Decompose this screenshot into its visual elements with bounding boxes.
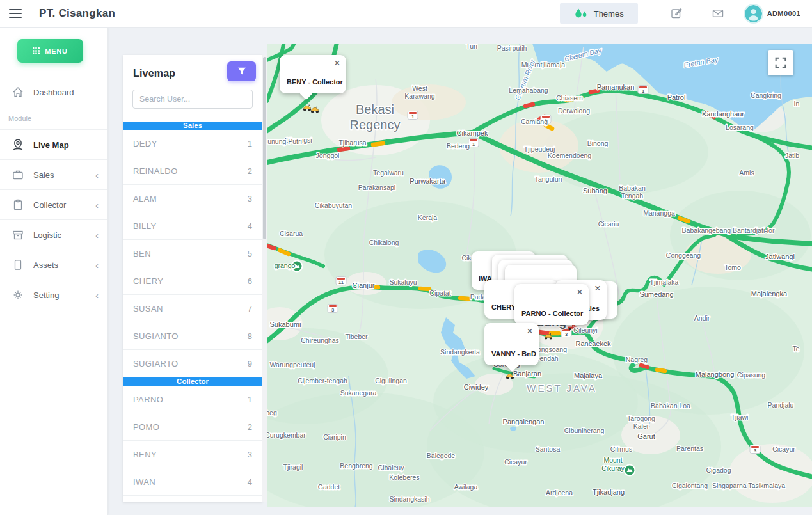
sidebar-item-label: Dashboard bbox=[33, 88, 74, 97]
map-label: Binong bbox=[587, 139, 609, 147]
map-label: MountCikuray bbox=[601, 456, 625, 472]
map-label: Tegalwaru bbox=[373, 169, 404, 177]
popup-close-icon[interactable]: × bbox=[594, 283, 601, 294]
map-label: Pamanukan bbox=[597, 83, 635, 91]
panel-title: Livemap bbox=[133, 68, 175, 79]
map-label: Ardjoena bbox=[546, 489, 573, 496]
map-label: Te bbox=[792, 345, 799, 353]
map-label: Bedeng bbox=[447, 142, 470, 150]
user-name: SUGIARTO bbox=[133, 359, 179, 368]
map-label: Cilimus bbox=[610, 445, 632, 453]
popup-close-icon[interactable]: × bbox=[334, 58, 340, 68]
fullscreen-icon bbox=[774, 56, 788, 70]
map-label: Amis bbox=[739, 169, 754, 177]
user-list-item[interactable]: BILLY4 bbox=[123, 212, 262, 240]
popup-title: PARNO - Collector bbox=[514, 310, 589, 317]
scrollbar-thumb[interactable] bbox=[263, 57, 266, 239]
user-list-item[interactable]: CHERY6 bbox=[123, 267, 262, 295]
user-list-item[interactable]: PARNO1 bbox=[123, 386, 262, 413]
sidebar-item-collector[interactable]: Collector‹ bbox=[0, 189, 107, 219]
user-list-item[interactable]: SUGIARTO9 bbox=[123, 350, 262, 377]
user-list-item[interactable]: BENY3 bbox=[123, 441, 262, 468]
map-label: Cisarua bbox=[280, 230, 303, 237]
map-label: Derwolong bbox=[558, 107, 590, 115]
user-name: POMO bbox=[133, 422, 159, 432]
svg-text:1: 1 bbox=[642, 88, 644, 94]
map-label: Cibuniherang bbox=[564, 427, 605, 434]
map-label: Koleberes bbox=[389, 473, 419, 481]
fullscreen-button[interactable] bbox=[768, 50, 793, 75]
compose-icon[interactable] bbox=[670, 7, 683, 20]
map-label: Cigadog bbox=[706, 466, 731, 474]
map-label: Sindangkerta bbox=[440, 348, 480, 356]
map-label: Tjikadjang bbox=[593, 488, 625, 496]
user-list-item[interactable]: SUSAN7 bbox=[123, 295, 262, 322]
map-label: Tjimalaka bbox=[650, 278, 679, 286]
user-list-item[interactable]: REINALDO2 bbox=[123, 157, 262, 185]
map-label: Tjibarusa bbox=[338, 139, 366, 147]
sidebar-item-logistic[interactable]: Logistic‹ bbox=[0, 219, 107, 250]
search-input[interactable] bbox=[132, 90, 253, 109]
chevron-left-icon: ‹ bbox=[95, 230, 99, 241]
sidebar-item-label: Setting bbox=[33, 290, 59, 300]
sidebar-item-label: Sales bbox=[33, 170, 54, 180]
svg-text:3: 3 bbox=[331, 307, 334, 313]
map-label: grango bbox=[275, 262, 296, 269]
user-list-item[interactable]: SUGIANTO8 bbox=[123, 322, 262, 350]
sidebar-section-label: Module bbox=[0, 107, 107, 129]
user-number: 5 bbox=[248, 249, 252, 258]
map-label: Balegede bbox=[427, 452, 456, 459]
popup-close-icon[interactable]: × bbox=[527, 326, 533, 337]
filter-button[interactable] bbox=[227, 61, 256, 81]
route-shield: 1 bbox=[638, 86, 648, 94]
map-label: Chiasem bbox=[556, 94, 583, 102]
user-id-label: ADM0001 bbox=[767, 10, 800, 17]
gear-icon bbox=[12, 289, 24, 301]
sidebar-item-live-map[interactable]: Live Map bbox=[0, 129, 107, 159]
mail-icon[interactable] bbox=[712, 7, 724, 20]
map-label: Babakangebang Bantardjati-lor bbox=[682, 226, 775, 234]
user-avatar[interactable] bbox=[745, 5, 762, 22]
map-label: Cikampek bbox=[457, 129, 488, 137]
sidebar-item-dashboard[interactable]: Dashboard bbox=[0, 77, 107, 107]
user-list-item[interactable]: DEDY1 bbox=[123, 130, 262, 157]
popup-close-icon[interactable]: × bbox=[577, 287, 583, 297]
user-name: CHERY bbox=[133, 276, 163, 286]
app-title: PT. Cisangkan bbox=[39, 7, 115, 20]
sidebar-item-label: Live Map bbox=[33, 140, 69, 150]
sidebar-item-setting[interactable]: Setting‹ bbox=[0, 280, 107, 310]
map-label: Tjiawi bbox=[731, 413, 749, 421]
user-list-item[interactable]: POMO2 bbox=[123, 413, 262, 441]
map-label: Pandjalu bbox=[768, 401, 794, 409]
map-canvas[interactable]: 111111333TuriPasirputihMuaratjilamajaCia… bbox=[267, 44, 812, 507]
map-label: Jatiwangi bbox=[765, 253, 795, 260]
sidebar-item-label: Collector bbox=[33, 200, 66, 210]
user-number: 9 bbox=[248, 359, 252, 368]
map-label: Warungpeuteuj bbox=[270, 361, 315, 368]
map-label: Curugkembar bbox=[267, 431, 306, 439]
map-label: Cigulingan bbox=[375, 377, 407, 384]
user-list-item[interactable]: IWAN4 bbox=[123, 468, 262, 496]
user-number: 1 bbox=[248, 139, 252, 148]
user-name: BILLY bbox=[133, 221, 156, 231]
sidebar-item-sales[interactable]: Sales‹ bbox=[0, 159, 107, 189]
map-label: Malangbong bbox=[696, 370, 735, 378]
map-label: Parentas bbox=[676, 445, 703, 452]
user-number: 3 bbox=[248, 194, 252, 203]
map-label: Sumedang bbox=[639, 290, 673, 298]
user-list: SalesDEDY1REINALDO2ALAM3BILLY4BEN5CHERY6… bbox=[123, 122, 262, 496]
map-label: Cigalontang bbox=[672, 482, 708, 489]
user-number: 1 bbox=[248, 395, 252, 404]
user-list-item[interactable]: ALAM3 bbox=[123, 185, 262, 212]
user-number: 2 bbox=[248, 166, 252, 176]
divider bbox=[697, 6, 697, 21]
user-list-item[interactable]: BEN5 bbox=[123, 240, 262, 267]
themes-label: Themes bbox=[594, 9, 624, 19]
sidebar-item-assets[interactable]: Assets‹ bbox=[0, 250, 107, 280]
hamburger-menu-icon[interactable] bbox=[9, 6, 23, 20]
themes-button[interactable]: Themes bbox=[560, 3, 638, 24]
user-name: DEDY bbox=[133, 139, 157, 148]
menu-button[interactable]: MENU bbox=[17, 39, 83, 63]
map-label: Pangalengan bbox=[503, 418, 545, 425]
map-label: Sindangkasih bbox=[389, 495, 429, 503]
